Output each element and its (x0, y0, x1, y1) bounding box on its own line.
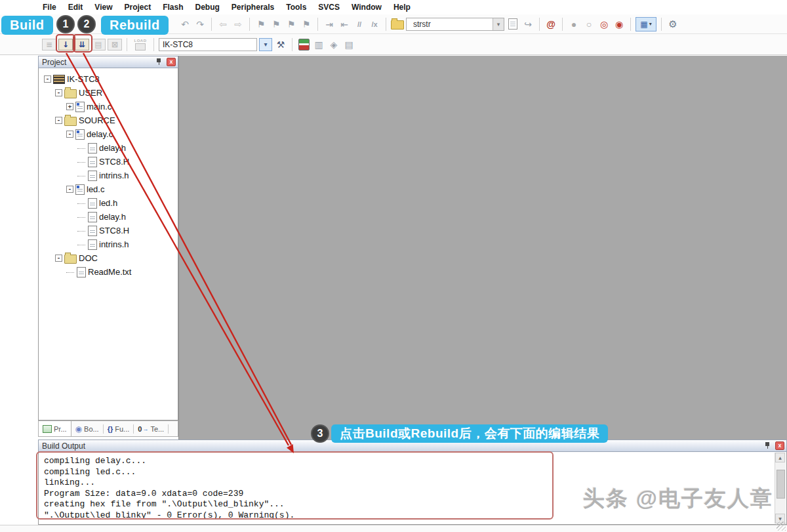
search-combobox[interactable]: ▾ (406, 18, 504, 31)
batch-build-button[interactable]: ▤ (91, 39, 106, 51)
toolbar-separator (153, 38, 154, 51)
download-load-button[interactable]: LOAD (132, 37, 149, 52)
collapse-icon[interactable]: - (55, 255, 62, 262)
tree-item-stc8-h[interactable]: STC8.H (39, 155, 178, 169)
find-symbol-icon[interactable]: @ (544, 18, 557, 31)
step-3-badge: 3 (311, 424, 329, 443)
tree-item-delay-c[interactable]: - delay.c (39, 127, 178, 141)
menu-svcs[interactable]: SVCS (312, 1, 346, 13)
tab-functions[interactable]: {} Fu... (104, 421, 134, 436)
stop-build-button[interactable]: ⊠ (108, 39, 122, 51)
menu-flash[interactable]: Flash (157, 1, 189, 13)
collapse-icon[interactable]: - (55, 89, 62, 96)
tab-separator (168, 424, 169, 434)
folder-icon (64, 117, 77, 126)
tab-templates[interactable]: 0 → Te... (134, 421, 168, 436)
menu-file[interactable]: File (37, 1, 62, 13)
tree-item-label: ReadMe.txt (88, 267, 131, 277)
menu-view[interactable]: View (89, 1, 118, 13)
pin-icon[interactable] (764, 441, 771, 450)
translate-file-button[interactable]: ≡ (42, 39, 56, 51)
target-options-icon[interactable]: ⚒ (274, 38, 287, 51)
redo-icon[interactable]: ↷ (193, 18, 207, 31)
breakpoint-disable-icon[interactable]: ○ (582, 18, 595, 31)
tab-label: Fu... (115, 425, 129, 433)
tree-item-label: delay.h (99, 143, 126, 153)
tree-item-intrins-h[interactable]: intrins.h (39, 169, 178, 182)
target-select[interactable]: IK-STC8 (159, 38, 257, 51)
collapse-icon[interactable]: - (66, 186, 73, 193)
expand-icon[interactable]: + (66, 103, 73, 110)
manage-rte-icon[interactable] (297, 38, 310, 51)
tab-project[interactable]: Pr... (39, 421, 71, 436)
file-extensions-icon[interactable]: ▥ (312, 38, 325, 51)
configuration-wrench-icon[interactable]: ⚙ (666, 18, 679, 31)
tree-item-delay-h-2[interactable]: delay.h (39, 210, 178, 224)
tree-item-doc[interactable]: - DOC (39, 251, 178, 265)
scrollbar-thumb[interactable] (777, 470, 785, 499)
tree-item-delay-h[interactable]: delay.h (39, 141, 178, 155)
books-icon[interactable]: ▤ (342, 38, 355, 51)
multi-project-icon[interactable]: ◈ (327, 38, 340, 51)
tree-item-led-h[interactable]: led.h (39, 196, 178, 210)
tree-item-intrins-h-2[interactable]: intrins.h (39, 237, 178, 251)
bookmark-toggle-icon[interactable]: ⚑ (254, 18, 268, 31)
menu-help[interactable]: Help (388, 1, 416, 13)
c-file-icon (75, 184, 85, 195)
target-dropdown-icon[interactable]: ▾ (259, 38, 272, 51)
indent-icon[interactable]: ⇥ (323, 18, 336, 31)
collapse-icon[interactable]: - (55, 117, 62, 124)
bookmark-clear-icon[interactable]: ⚑ (300, 18, 313, 31)
step-2-badge: 2 (77, 15, 96, 33)
header-file-icon (88, 212, 97, 222)
tab-books[interactable]: ◉ Bo... (71, 421, 103, 436)
tree-item-user[interactable]: - USER (39, 86, 178, 100)
find-in-files-icon[interactable] (391, 18, 404, 31)
tree-item-label: STC8.H (99, 226, 129, 235)
breakpoint-disable-all-icon[interactable]: ◎ (597, 18, 611, 31)
tree-item-ik-stc8[interactable]: - IK-STC8 (39, 72, 178, 86)
scroll-up-icon[interactable]: ▲ (775, 453, 785, 462)
last-change-icon[interactable]: ↪ (521, 18, 535, 31)
menu-peripherals[interactable]: Peripherals (226, 1, 280, 13)
menu-debug[interactable]: Debug (190, 1, 226, 13)
menu-tools[interactable]: Tools (280, 1, 312, 13)
breakpoint-toggle-icon[interactable]: ● (567, 18, 580, 31)
close-icon[interactable]: x (167, 58, 176, 66)
tree-item-readme-txt[interactable]: ReadMe.txt (39, 265, 178, 279)
search-dropdown-icon[interactable]: ▾ (493, 18, 504, 30)
pin-icon[interactable] (155, 58, 163, 66)
breakpoint-kill-all-icon[interactable]: ◉ (613, 18, 626, 31)
unindent-icon[interactable]: ⇤ (338, 18, 351, 31)
find-document-icon[interactable] (506, 18, 519, 31)
step-1-badge: 1 (56, 15, 75, 33)
step-3-callout-label: 点击Build或Rebuild后，会有下面的编辑结果 (331, 424, 608, 443)
vertical-scrollbar[interactable]: ▲ ▼ (775, 453, 786, 523)
navigate-back-icon[interactable]: ⇦ (216, 18, 230, 31)
toolbar-separator (539, 18, 540, 31)
header-file-icon (88, 226, 97, 236)
uncomment-icon[interactable]: /x (368, 18, 381, 31)
header-file-icon (88, 143, 97, 153)
collapse-icon[interactable]: - (66, 131, 73, 138)
bookmark-prev-icon[interactable]: ⚑ (285, 18, 298, 31)
menu-window[interactable]: Window (346, 1, 388, 13)
tab-label: Te... (150, 425, 164, 433)
tree-item-main-c[interactable]: + main.c (39, 100, 178, 113)
project-panel-header: Project x (38, 56, 178, 68)
menu-project[interactable]: Project (118, 1, 157, 13)
navigate-forward-icon[interactable]: ⇨ (232, 18, 245, 31)
close-icon[interactable]: x (775, 441, 784, 450)
collapse-icon[interactable]: - (44, 75, 51, 83)
tree-item-stc8-h-2[interactable]: STC8.H (39, 224, 178, 237)
undo-icon[interactable]: ↶ (178, 18, 192, 31)
text-file-icon (77, 267, 86, 277)
search-input[interactable] (410, 18, 493, 30)
resize-grip-icon[interactable] (777, 522, 786, 531)
bookmark-next-icon[interactable]: ⚑ (270, 18, 283, 31)
windows-layout-button[interactable]: ▦ ▾ (636, 17, 656, 31)
comment-icon[interactable]: // (353, 18, 366, 31)
menu-edit[interactable]: Edit (62, 1, 89, 13)
tree-item-led-c[interactable]: - led.c (39, 182, 178, 196)
tree-item-source[interactable]: - SOURCE (39, 113, 178, 127)
